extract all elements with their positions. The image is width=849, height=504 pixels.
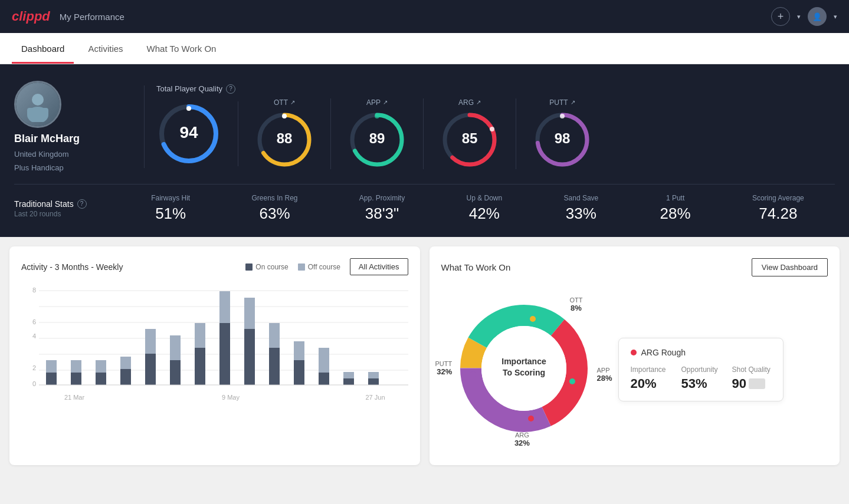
stat-greens-label: Greens In Reg [251, 194, 297, 202]
stat-1putt-value: 28% [660, 205, 691, 223]
arg-trend-icon: ↗ [476, 99, 481, 106]
off-course-dot [298, 263, 305, 271]
app-label: APP 28% [596, 367, 612, 383]
svg-text:27 Jun: 27 Jun [365, 394, 385, 401]
tab-dashboard[interactable]: Dashboard [12, 33, 74, 64]
player-info: Blair McHarg United Kingdom Plus Handica… [14, 81, 132, 172]
putt-label: PUTT 32% [435, 360, 453, 376]
plus-icon: + [778, 11, 784, 23]
arg-shotquality-value: 90 [732, 376, 746, 391]
bar-off-10 [269, 323, 280, 348]
avatar-dropdown[interactable]: ▾ [834, 13, 837, 21]
bar-on-13 [343, 378, 354, 385]
bar-on-5 [145, 354, 156, 385]
player-avatar [16, 83, 60, 126]
logo: clippd [12, 9, 50, 24]
ott-trend-icon: ↗ [290, 99, 295, 106]
trad-stats-period: Last 20 rounds [14, 210, 120, 218]
app-dot [569, 378, 575, 384]
ott-dot [530, 316, 536, 322]
quality-help-icon[interactable]: ? [226, 84, 235, 94]
stat-fairways-hit-label: Fairways Hit [151, 194, 190, 202]
tab-activities[interactable]: Activities [78, 33, 132, 64]
svg-text:8: 8 [32, 286, 36, 294]
bar-off-9 [244, 298, 255, 329]
bar-on-2 [71, 373, 81, 385]
all-activities-button[interactable]: All Activities [350, 258, 408, 275]
svg-text:98: 98 [555, 130, 571, 146]
legend-on-course: On course [245, 263, 288, 271]
gauge-ott-label: OTT ↗ [274, 98, 295, 107]
bar-off-11 [294, 341, 304, 360]
hero-section: Blair McHarg United Kingdom Plus Handica… [0, 64, 849, 237]
gauges-row: 94 OTT ↗ 88 [156, 98, 835, 169]
gauge-arg-label: ARG ↗ [458, 98, 481, 107]
stat-sand-save: Sand Save 33% [564, 194, 599, 223]
quality-label: Total Player Quality ? [156, 84, 835, 94]
player-handicap: Plus Handicap [14, 163, 64, 172]
stat-app-prox-value: 38'3" [359, 205, 405, 223]
gauge-putt-svg: 98 [533, 110, 592, 169]
arg-stats-row: Importance 20% Opportunity 53% Shot Qual… [631, 365, 771, 391]
svg-text:21 Mar: 21 Mar [64, 394, 85, 401]
activity-panel: Activity - 3 Months - Weekly On course O… [9, 246, 420, 465]
arg-dot [528, 416, 534, 421]
add-button[interactable]: + [771, 7, 790, 26]
bar-off-12 [319, 348, 329, 373]
header-left: clippd My Performance [12, 9, 124, 24]
svg-text:94: 94 [179, 123, 198, 141]
gauge-ott: OTT ↗ 88 [238, 98, 331, 169]
stat-scoring-value: 74.28 [752, 205, 804, 223]
arg-opportunity-label: Opportunity [681, 365, 720, 374]
nav-tabs: Dashboard Activities What To Work On [0, 33, 849, 64]
activity-header: Activity - 3 Months - Weekly On course O… [21, 258, 408, 275]
arg-opportunity-value: 53% [681, 376, 720, 391]
bar-off-4 [120, 357, 131, 369]
arg-stat-importance: Importance 20% [631, 365, 670, 391]
player-avatar-ring [14, 81, 61, 128]
svg-text:85: 85 [462, 130, 478, 146]
arg-rough-name: ARG Rough [641, 348, 686, 357]
arg-rough-card: ARG Rough Importance 20% Opportunity 53%… [618, 338, 784, 401]
header-title: My Performance [60, 12, 124, 22]
add-dropdown[interactable]: ▾ [797, 13, 801, 21]
bar-off-13 [343, 372, 354, 378]
svg-text:88: 88 [277, 130, 293, 146]
arg-rough-title-row: ARG Rough [631, 348, 771, 357]
gauge-putt-label: PUTT ↗ [549, 98, 575, 107]
player-country: United Kingdom [14, 150, 69, 159]
trad-stats-title: Traditional Stats ? [14, 199, 120, 209]
svg-text:0: 0 [32, 380, 36, 387]
svg-text:To Scoring: To Scoring [502, 368, 545, 377]
stat-app-proximity: App. Proximity 38'3" [359, 194, 405, 223]
ott-label: OTT 8% [570, 297, 583, 312]
svg-point-0 [32, 94, 44, 106]
bar-off-14 [368, 372, 379, 378]
svg-point-5 [186, 106, 191, 111]
avatar[interactable]: 👤 [808, 7, 827, 26]
bar-on-11 [294, 360, 304, 385]
putt-trend-icon: ↗ [571, 99, 575, 106]
trad-stats-help-icon[interactable]: ? [77, 199, 87, 209]
donut-wrapper: Importance To Scoring OTT 8% [441, 286, 607, 453]
svg-point-9 [282, 114, 287, 118]
legend-off-course: Off course [298, 263, 340, 271]
arg-label: ARG 32% [514, 431, 530, 447]
stat-scoring-label: Scoring Average [752, 194, 804, 202]
stat-sand-save-value: 33% [564, 205, 599, 223]
app-trend-icon: ↗ [383, 99, 388, 106]
gauge-putt: PUTT ↗ 98 [516, 98, 608, 169]
trad-stats-label: Traditional Stats ? Last 20 rounds [14, 199, 120, 218]
view-dashboard-button[interactable]: View Dashboard [752, 258, 828, 276]
arg-stat-opportunity: Opportunity 53% [681, 365, 720, 391]
activity-title: Activity - 3 Months - Weekly [21, 262, 123, 272]
svg-text:89: 89 [369, 130, 385, 146]
bar-on-9 [244, 329, 255, 385]
gauge-app-label: APP ↗ [366, 98, 388, 107]
chart-area: 8 6 4 2 0 [21, 285, 408, 414]
bar-on-1 [46, 373, 57, 385]
bar-on-3 [96, 373, 106, 385]
app-header: clippd My Performance + ▾ 👤 ▾ [0, 0, 849, 33]
arg-rough-dot [631, 350, 637, 355]
tab-what-to-work-on[interactable]: What To Work On [137, 33, 226, 64]
